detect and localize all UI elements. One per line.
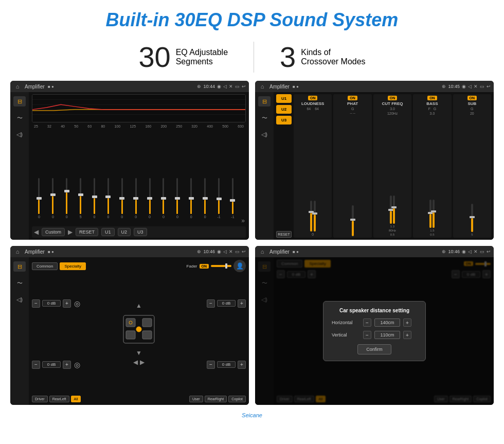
vertical-plus[interactable]: + (403, 331, 411, 339)
right-top-minus[interactable]: − (207, 299, 215, 308)
screen-eq: ⌂ Amplifier ■ ● ⊕ 10:44 ◉ ◁ ✕ ▭ ↩ ⊟ 〜 ◁) (10, 81, 249, 240)
eq-slider-8[interactable]: 0 (130, 178, 142, 224)
eq-slider-10[interactable]: 0 (157, 178, 170, 224)
cutfreq-slider-1[interactable] (390, 196, 392, 224)
crossover-u-buttons: U1 U2 U3 RESET (276, 94, 292, 238)
bass-slider-2[interactable] (433, 200, 435, 228)
back-icon[interactable]: ↩ (242, 84, 246, 89)
right-bottom-plus[interactable]: + (238, 361, 246, 369)
sidebar-icon-sliders-2[interactable]: ⊟ (258, 96, 271, 106)
sidebar-icon-wave-2[interactable]: 〜 (258, 113, 271, 123)
eq-slider-3[interactable]: 0 (61, 178, 73, 224)
cutfreq-slider-2[interactable] (393, 196, 395, 224)
eq-slider-4[interactable]: 5 (75, 178, 87, 224)
sidebar-icon-speaker-3[interactable]: ◁) (13, 294, 26, 305)
topbar-title-cx: Amplifier (269, 84, 290, 90)
eq-u2-btn[interactable]: U2 (118, 228, 131, 236)
all-btn[interactable]: All (71, 396, 81, 402)
user-btn[interactable]: User (189, 396, 203, 402)
rearright-btn[interactable]: RearRight (205, 396, 227, 402)
eq-main: 25 32 40 50 63 80 100 125 160 200 250 32… (29, 92, 249, 240)
driver-btn[interactable]: Driver (32, 396, 48, 402)
eq-slider-14[interactable]: -1 (213, 178, 225, 224)
rearleft-btn[interactable]: RearLeft (49, 396, 69, 402)
left-top-minus[interactable]: − (32, 299, 40, 308)
eq-custom-btn[interactable]: Custom (42, 228, 65, 236)
left-arrow[interactable]: ◀ (133, 359, 138, 366)
cx-u2-btn[interactable]: U2 (276, 105, 292, 114)
eq-slider-15[interactable]: -1 (226, 178, 239, 224)
eq-slider-11[interactable]: 0 (171, 178, 184, 224)
cx-reset-btn[interactable]: RESET (276, 231, 292, 238)
close-icon-4[interactable]: ✕ (474, 249, 478, 254)
left-bottom-minus[interactable]: − (32, 361, 40, 369)
confirm-button[interactable]: Confirm (357, 344, 391, 354)
vertical-minus[interactable]: − (363, 331, 371, 339)
right-arrow[interactable]: ▶ (140, 359, 145, 366)
back-icon-4[interactable]: ↩ (487, 249, 491, 254)
page-header: Built-in 30EQ DSP Sound System (0, 0, 504, 36)
right-top-plus[interactable]: + (238, 299, 246, 308)
vertical-value: 110cm (374, 331, 400, 339)
eq-slider-7[interactable]: 0 (116, 178, 128, 224)
eq-u1-btn[interactable]: U1 (101, 228, 115, 236)
vertical-label: Vertical (332, 332, 360, 338)
eq-slider-6[interactable]: 0 (102, 178, 114, 224)
camera-icon-3: ◉ (217, 249, 221, 254)
stat-crossover-number: 3 (280, 40, 296, 74)
home-icon-3[interactable]: ⌂ (13, 247, 22, 256)
loudness-slider-2[interactable] (314, 201, 316, 232)
phat-slider-1[interactable] (352, 205, 354, 236)
home-icon-4[interactable]: ⌂ (258, 247, 266, 256)
loudness-slider-1[interactable] (310, 201, 312, 232)
back-icon-3[interactable]: ↩ (242, 249, 246, 254)
topbar-specialty-dialog: ⌂ Amplifier ■ ● ⊕ 10:46 ◉ ◁ ✕ ▭ ↩ (255, 246, 494, 257)
eq-slider-12[interactable]: 0 (185, 178, 197, 224)
left-top-plus[interactable]: + (63, 299, 71, 308)
fader-slider[interactable] (211, 265, 231, 267)
close-icon-2[interactable]: ✕ (474, 84, 478, 89)
right-bottom-minus[interactable]: − (207, 361, 215, 369)
copilot-btn[interactable]: Copilot (228, 396, 246, 402)
common-tab[interactable]: Common (32, 262, 58, 270)
cx-u1-btn[interactable]: U1 (276, 94, 292, 103)
bass-slider-1[interactable] (429, 200, 431, 228)
eq-slider-13[interactable]: 0 (199, 178, 211, 224)
horizontal-plus[interactable]: + (403, 318, 411, 327)
eq-slider-5[interactable]: 0 (88, 178, 101, 224)
eq-reset-btn[interactable]: RESET (76, 228, 98, 236)
sidebar-icon-wave[interactable]: 〜 (13, 113, 26, 123)
sidebar-icon-wave-3[interactable]: 〜 (13, 278, 26, 288)
up-arrow[interactable]: ▲ (136, 302, 142, 309)
stat-eq-text: EQ Adjustable Segments (176, 48, 228, 66)
specialty-tab[interactable]: Specialty (60, 262, 85, 270)
left-top-icon: ◎ (74, 299, 80, 308)
sub-slider-1[interactable] (471, 204, 473, 232)
close-icon[interactable]: ✕ (229, 84, 233, 89)
horizontal-minus[interactable]: − (363, 318, 371, 327)
dialog-horizontal-row: Horizontal − 140cm + (332, 318, 417, 327)
close-icon-3[interactable]: ✕ (229, 249, 233, 254)
dialog-title: Car speaker distance setting (332, 308, 417, 313)
eq-slider-2[interactable]: 0 (47, 178, 59, 224)
location-icon-4: ⊕ (442, 249, 446, 254)
sidebar-icon-sliders[interactable]: ⊟ (13, 96, 26, 106)
eq-graph (32, 94, 246, 122)
sidebar-icon-sliders-3[interactable]: ⊟ (13, 261, 26, 272)
eq-slider-9[interactable]: 0 (143, 178, 156, 224)
eq-u3-btn[interactable]: U3 (134, 228, 147, 236)
sp-sidebar: ⊟ 〜 ◁) (10, 257, 29, 405)
avatar-icon: 👤 (233, 260, 246, 272)
home-icon[interactable]: ⌂ (13, 82, 22, 91)
home-icon-2[interactable]: ⌂ (258, 82, 266, 91)
eq-prev-btn[interactable]: ◀ (34, 228, 39, 236)
down-arrow[interactable]: ▼ (136, 349, 142, 357)
cutfreq-on-badge: ON (388, 96, 398, 100)
cx-u3-btn[interactable]: U3 (276, 116, 292, 125)
sidebar-icon-speaker-2[interactable]: ◁) (258, 129, 271, 139)
sidebar-icon-speaker[interactable]: ◁) (13, 129, 26, 139)
left-bottom-plus[interactable]: + (63, 361, 71, 369)
eq-next-btn[interactable]: ▶ (68, 228, 73, 236)
eq-slider-1[interactable]: 0 (33, 178, 45, 224)
back-icon-2[interactable]: ↩ (487, 84, 491, 89)
